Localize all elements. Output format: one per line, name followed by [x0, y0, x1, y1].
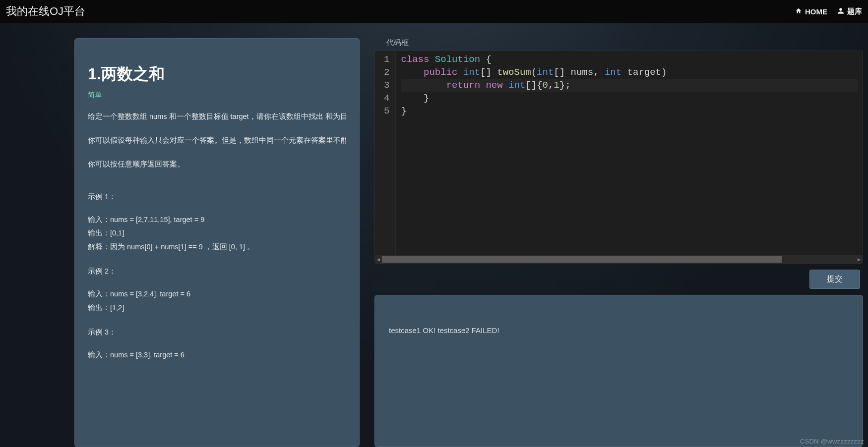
- scroll-thumb[interactable]: [382, 256, 782, 263]
- example-heading: 示例 2：: [88, 265, 346, 279]
- watermark: CSDN @wwzzzzzzzz: [800, 438, 864, 445]
- user-icon: [837, 7, 844, 16]
- submit-row: 提交: [374, 264, 863, 295]
- result-text: testcase1 OK! testcase2 FAILED!: [389, 326, 499, 335]
- site-title: 我的在线OJ平台: [6, 4, 85, 19]
- code-line[interactable]: }: [401, 92, 858, 105]
- examples: 示例 1：输入：nums = [2,7,11,15], target = 9输出…: [88, 190, 346, 362]
- line-number: 2: [384, 66, 389, 79]
- code-editor[interactable]: 12345 class Solution { public int[] twoS…: [374, 51, 863, 264]
- code-line[interactable]: public int[] twoSum(int[] nums, int targ…: [401, 66, 858, 79]
- example-line: 输出：[1,2]: [88, 301, 346, 315]
- code-line[interactable]: class Solution {: [401, 53, 858, 66]
- example-heading: 示例 1：: [88, 190, 346, 204]
- problem-panel: 1.两数之和 简单 给定一个整数数组 nums 和一个整数目标值 target，…: [74, 38, 360, 447]
- problem-description: 给定一个整数数组 nums 和一个整数目标值 target，请你在该数组中找出 …: [88, 112, 346, 169]
- desc-line: 你可以按任意顺序返回答案。: [88, 159, 346, 170]
- example-line: 输入：nums = [3,2,4], target = 6: [88, 287, 346, 301]
- nav-home[interactable]: HOME: [795, 7, 827, 16]
- example-heading: 示例 3：: [88, 326, 346, 339]
- scroll-left-icon[interactable]: ◄: [375, 255, 382, 264]
- result-panel: testcase1 OK! testcase2 FAILED!: [374, 295, 863, 447]
- problem-title: 1.两数之和: [88, 63, 346, 85]
- nav-right: HOME 题库: [795, 7, 862, 16]
- line-gutter: 12345: [375, 51, 396, 255]
- line-number: 3: [384, 79, 389, 92]
- editor-label: 代码框: [374, 38, 863, 51]
- main-content: 1.两数之和 简单 给定一个整数数组 nums 和一个整数目标值 target，…: [0, 23, 868, 447]
- example-line: 解释：因为 nums[0] + nums[1] == 9 ，返回 [0, 1] …: [88, 240, 346, 254]
- example-block: 示例 1：输入：nums = [2,7,11,15], target = 9输出…: [88, 190, 346, 254]
- difficulty-badge: 简单: [88, 91, 102, 100]
- horizontal-scrollbar[interactable]: ◄ ►: [375, 255, 863, 263]
- code-area[interactable]: class Solution { public int[] twoSum(int…: [396, 51, 863, 255]
- nav-problems[interactable]: 题库: [837, 7, 862, 16]
- example-line: 输入：nums = [2,7,11,15], target = 9: [88, 213, 346, 227]
- line-number: 5: [384, 105, 389, 117]
- submit-button[interactable]: 提交: [809, 270, 860, 289]
- line-number: 1: [384, 53, 389, 66]
- nav-home-label: HOME: [805, 7, 827, 16]
- code-line[interactable]: return new int[]{0,1};: [401, 79, 858, 92]
- header: 我的在线OJ平台 HOME 题库: [0, 0, 868, 23]
- example-block: 示例 2：输入：nums = [3,2,4], target = 6输出：[1,…: [88, 265, 346, 315]
- home-icon: [795, 7, 802, 16]
- example-line: 输出：[0,1]: [88, 226, 346, 240]
- example-block: 示例 3：输入：nums = [3,3], target = 6: [88, 326, 346, 362]
- line-number: 4: [384, 92, 389, 105]
- code-line[interactable]: }: [401, 105, 858, 117]
- nav-problems-label: 题库: [847, 7, 862, 16]
- example-line: 输入：nums = [3,3], target = 6: [88, 348, 346, 362]
- desc-line: 你可以假设每种输入只会对应一个答案。但是，数组中同一个元素在答案里不能重: [88, 135, 346, 146]
- scroll-right-icon[interactable]: ►: [856, 255, 863, 264]
- right-column: 代码框 12345 class Solution { public int[] …: [374, 38, 863, 447]
- desc-line: 给定一个整数数组 nums 和一个整数目标值 target，请你在该数组中找出 …: [88, 112, 346, 122]
